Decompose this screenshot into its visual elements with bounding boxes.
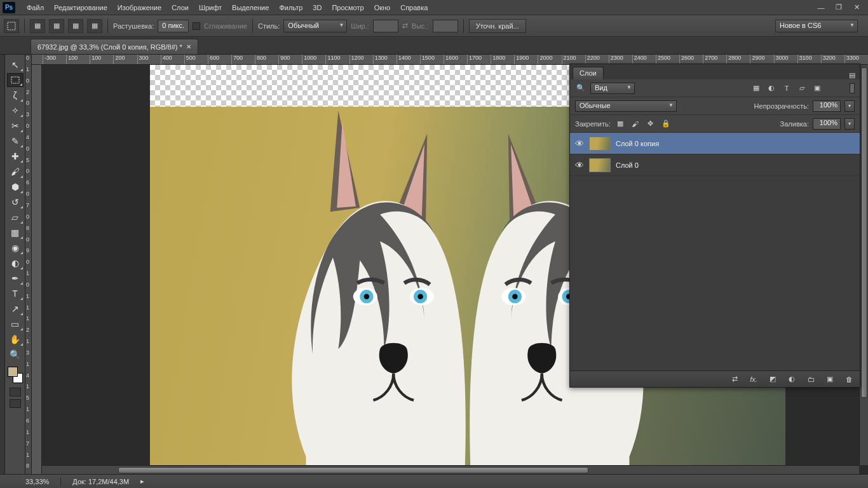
menu-window[interactable]: Окно — [369, 2, 396, 13]
menu-3d[interactable]: 3D — [308, 2, 327, 13]
ruler-tick: 8 — [25, 225, 31, 236]
horizontal-scrollbar[interactable] — [42, 465, 859, 474]
zoom-tool[interactable]: 🔍 — [7, 348, 24, 362]
stamp-tool[interactable]: ⬢ — [7, 180, 24, 194]
menu-edit[interactable]: Редактирование — [49, 2, 112, 13]
lock-paint-icon[interactable]: 🖌 — [630, 119, 641, 129]
lock-move-icon[interactable]: ✥ — [645, 119, 656, 129]
mask-icon[interactable]: ◩ — [767, 374, 778, 384]
lock-all-icon[interactable]: 🔒 — [660, 119, 672, 129]
visibility-eye-icon[interactable]: 👁 — [570, 160, 589, 170]
screenmode-icon[interactable] — [10, 399, 21, 408]
toolbox: ↖ ζ ✧ ✂ ✎ ✚ 🖌 ⬢ ↺ ▱ ▦ ◉ ◐ ✒ T ↗ ▭ ✋ 🔍 — [5, 55, 25, 474]
layer-item[interactable]: 👁Слой 0 — [570, 154, 860, 176]
lasso-tool[interactable]: ζ — [7, 88, 24, 102]
blend-mode-select[interactable]: Обычные — [575, 100, 677, 112]
document-tab[interactable]: 67932.jpg @ 33,3% (Слой 0 копия, RGB/8#)… — [31, 39, 198, 54]
gradient-tool[interactable]: ▦ — [7, 226, 24, 240]
foreground-color-swatch[interactable] — [8, 367, 18, 377]
link-layers-icon[interactable]: ⇄ — [729, 374, 740, 384]
type-tool[interactable]: T — [7, 287, 24, 301]
fill-label: Заливка: — [780, 120, 809, 128]
filter-shape-icon[interactable]: ▱ — [796, 83, 808, 93]
status-menu-icon[interactable]: ▸ — [140, 477, 144, 485]
magic-wand-tool[interactable]: ✧ — [7, 104, 24, 118]
antialias-label: Сглаживание — [204, 22, 247, 30]
menu-help[interactable]: Справка — [395, 2, 433, 13]
layer-name[interactable]: Слой 0 — [616, 161, 639, 169]
filter-smart-icon[interactable]: ▣ — [811, 83, 823, 93]
move-tool[interactable]: ↖ — [7, 58, 24, 72]
lock-trans-icon[interactable]: ▩ — [614, 119, 626, 129]
whatsnew-select[interactable]: Новое в CS6 — [775, 20, 858, 32]
window-close-icon[interactable]: ✕ — [848, 2, 865, 13]
path-select-tool[interactable]: ↗ — [7, 302, 24, 316]
shape-tool[interactable]: ▭ — [7, 317, 24, 331]
history-brush-tool[interactable]: ↺ — [7, 195, 24, 209]
style-select[interactable]: Обычный — [283, 20, 347, 32]
menu-select[interactable]: Выделение — [227, 2, 274, 13]
visibility-eye-icon[interactable]: 👁 — [570, 139, 589, 149]
menu-view[interactable]: Просмотр — [327, 2, 369, 13]
left-dock-strip[interactable] — [0, 55, 5, 474]
layer-item[interactable]: 👁Слой 0 копия — [570, 133, 860, 154]
vscroll-thumb[interactable] — [861, 67, 867, 398]
vertical-ruler[interactable] — [32, 65, 42, 474]
layer-name[interactable]: Слой 0 копия — [616, 140, 659, 147]
pen-tool[interactable]: ✒ — [7, 271, 24, 285]
new-selection-icon[interactable]: ▦ — [30, 19, 45, 33]
vertical-scrollbar[interactable] — [859, 65, 868, 465]
marquee-tool[interactable] — [7, 73, 24, 87]
new-layer-icon[interactable]: ▣ — [824, 374, 836, 384]
intersect-selection-icon[interactable]: ▦ — [87, 19, 102, 33]
layer-thumbnail[interactable] — [589, 137, 611, 151]
menu-layers[interactable]: Слои — [166, 2, 194, 13]
menu-file[interactable]: Файл — [22, 2, 49, 13]
panel-menu-icon[interactable]: ▤ — [844, 71, 860, 79]
eyedropper-tool[interactable]: ✎ — [7, 134, 24, 148]
ruler-tick: 100 — [66, 55, 90, 65]
layers-panel[interactable]: Слои ▤ 🔍 Вид ▦ ◐ T ▱ ▣ Обычные Непрозрач… — [569, 64, 860, 388]
menu-image[interactable]: Изображение — [112, 2, 166, 13]
quickmask-icon[interactable] — [10, 388, 21, 396]
color-swatches[interactable] — [7, 366, 24, 384]
delete-layer-icon[interactable]: 🗑 — [843, 374, 855, 384]
ruler-tick: 0 — [25, 259, 31, 270]
layer-filter-select[interactable]: Вид — [590, 83, 635, 94]
eraser-tool[interactable]: ▱ — [7, 210, 24, 224]
add-selection-icon[interactable]: ▦ — [49, 19, 64, 33]
filter-toggle[interactable] — [850, 83, 855, 93]
window-minimize-icon[interactable]: — — [812, 2, 830, 13]
ruler-tick: 1000 — [302, 55, 325, 65]
window-maximize-icon[interactable]: ❐ — [830, 2, 848, 13]
search-icon: 🔍 — [575, 83, 587, 93]
healing-tool[interactable]: ✚ — [7, 149, 24, 163]
brush-tool[interactable]: 🖌 — [7, 165, 24, 179]
menu-type[interactable]: Шрифт — [194, 2, 227, 13]
filter-type-icon[interactable]: T — [781, 83, 792, 93]
tool-marquee-icon[interactable] — [4, 19, 19, 33]
fx-icon[interactable]: fx. — [748, 374, 759, 384]
filter-pixel-icon[interactable]: ▦ — [750, 83, 762, 93]
opacity-dropdown-icon[interactable]: ▾ — [844, 100, 855, 112]
refine-edge-button[interactable]: Уточн. край... — [469, 19, 526, 33]
group-icon[interactable]: 🗀 — [805, 374, 817, 384]
close-tab-icon[interactable]: ✕ — [186, 43, 191, 50]
zoom-value[interactable]: 33,33% — [25, 478, 49, 485]
opacity-input[interactable]: 100% — [813, 100, 841, 112]
fill-input[interactable]: 100% — [813, 118, 841, 130]
hand-tool[interactable]: ✋ — [7, 332, 24, 346]
layer-thumbnail[interactable] — [589, 158, 611, 172]
fill-dropdown-icon[interactable]: ▾ — [844, 118, 855, 130]
hscroll-thumb[interactable] — [118, 467, 588, 473]
feather-input[interactable]: 0 пикс. — [158, 20, 189, 32]
adjustment-icon[interactable]: ◐ — [786, 374, 797, 384]
filter-adjust-icon[interactable]: ◐ — [766, 83, 777, 93]
antialias-checkbox[interactable] — [193, 22, 200, 30]
subtract-selection-icon[interactable]: ▦ — [68, 19, 83, 33]
crop-tool[interactable]: ✂ — [7, 119, 24, 133]
menu-filter[interactable]: Фильтр — [274, 2, 308, 13]
blur-tool[interactable]: ◉ — [7, 241, 24, 255]
layers-panel-tab[interactable]: Слои — [573, 67, 604, 79]
dodge-tool[interactable]: ◐ — [7, 256, 24, 270]
